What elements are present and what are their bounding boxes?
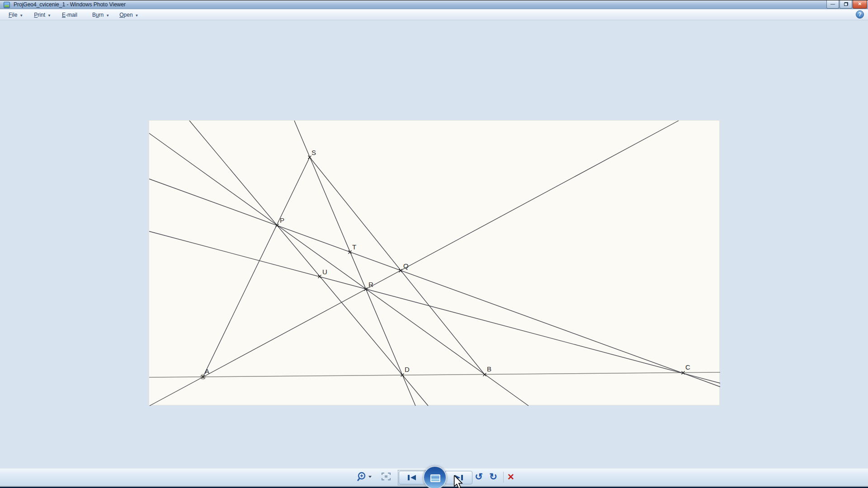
point-label-C: C [685, 363, 690, 371]
viewer-canvas: SPTQURADBC [0, 20, 868, 469]
menu-label: Open [119, 12, 132, 18]
line-P-U-D [189, 121, 428, 406]
delete-button[interactable]: ✕ [505, 470, 516, 483]
line-S-T-R-D [294, 121, 415, 406]
point-label-P: P [280, 216, 284, 224]
magnifier-plus-icon [355, 471, 372, 483]
geometry-figure: SPTQURADBC [149, 120, 721, 406]
close-button[interactable]: ✕ [853, 0, 867, 9]
point-label-T: T [352, 243, 356, 251]
menu-open[interactable]: Open▼ [118, 10, 140, 19]
actual-size-button[interactable] [381, 472, 391, 481]
point-label-A: A [205, 367, 209, 375]
line-P-T-Q-C [149, 179, 720, 387]
menu-print[interactable]: Print▼ [32, 10, 53, 19]
toolbar-separator [503, 472, 504, 483]
menu-label: File [9, 12, 17, 18]
slideshow-picture-icon [430, 474, 440, 482]
line-A-R-Q [150, 121, 679, 406]
fit-frame-icon [382, 473, 391, 480]
segment-S-P-A [203, 157, 310, 377]
point-label-D: D [405, 366, 410, 373]
rotate-cw-icon: ↻ [489, 471, 497, 482]
focus-outline [398, 470, 425, 485]
play-slideshow-button[interactable] [423, 466, 447, 488]
window-title: ProjGeo4_cvicenie_1 - Windows Photo View… [14, 1, 126, 8]
menu-file[interactable]: File▼ [7, 10, 25, 19]
menu-bar: File▼Print▼E-mailBurn▼Open▼ [0, 9, 868, 20]
chevron-down-icon: ▼ [19, 13, 23, 18]
title-bar: ProjGeo4_cvicenie_1 - Windows Photo View… [0, 0, 868, 9]
help-button[interactable]: ? [856, 10, 864, 19]
delete-x-icon: ✕ [507, 472, 514, 482]
photo-image: SPTQURADBC [149, 120, 720, 405]
point-label-U: U [322, 268, 327, 276]
zoom-button[interactable] [354, 471, 373, 483]
previous-button[interactable] [399, 471, 425, 484]
line-U-R-C [149, 231, 720, 383]
point-label-S: S [311, 149, 316, 156]
rotate-ccw-icon: ↺ [475, 471, 483, 482]
minimize-button[interactable]: — [826, 0, 839, 9]
point-label-B: B [487, 365, 491, 373]
rotate-counterclockwise-button[interactable]: ↺ [473, 470, 485, 483]
point-label-Q: Q [403, 262, 409, 270]
app-icon [4, 2, 10, 8]
rotate-clockwise-button[interactable]: ↻ [487, 470, 499, 483]
restore-button[interactable] [840, 0, 852, 9]
chevron-down-icon: ▼ [47, 13, 51, 18]
menu-label: E-mail [62, 12, 77, 18]
chevron-down-icon: ▼ [135, 13, 139, 18]
menu-e-mail[interactable]: E-mail [60, 10, 79, 19]
photo-viewer-window: ProjGeo4_cvicenie_1 - Windows Photo View… [0, 0, 868, 488]
menu-label: Burn [92, 12, 104, 18]
line-P-R-B [149, 133, 528, 406]
menu-label: Print [34, 12, 45, 18]
mouse-cursor [453, 475, 463, 488]
chevron-down-icon: ▼ [106, 13, 109, 18]
point-label-R: R [368, 281, 373, 288]
segment-S-Q-B [310, 157, 485, 375]
restore-icon [844, 2, 848, 6]
base-line-A-D-B-C [149, 372, 720, 377]
menu-burn[interactable]: Burn▼ [90, 10, 111, 19]
